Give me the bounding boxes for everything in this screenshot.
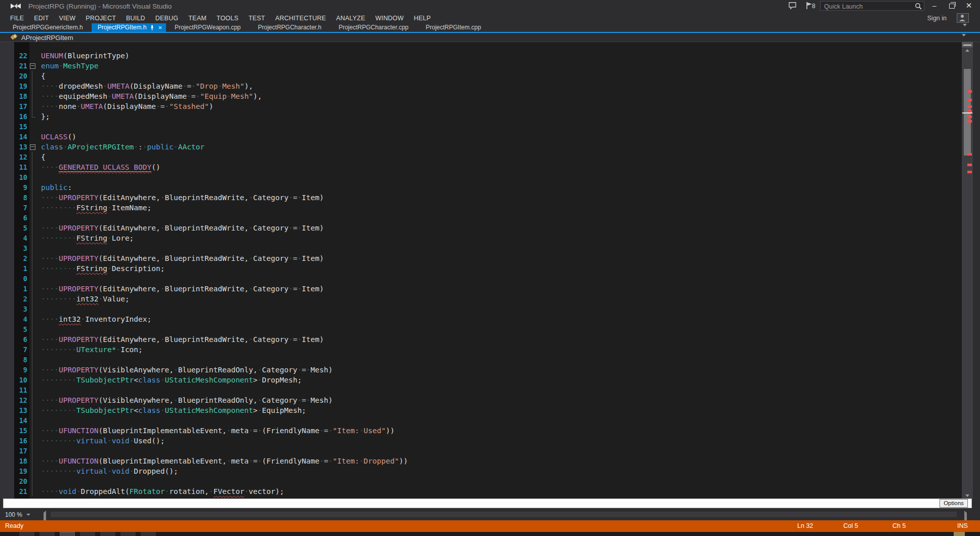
- code-text[interactable]: ····UPROPERTY(VisibleAnywhere,·Blueprint…: [39, 395, 333, 405]
- line-number[interactable]: 4: [14, 233, 27, 243]
- line-number[interactable]: 12: [14, 395, 27, 405]
- tab-projectrpgcharacter-h[interactable]: ProjectRPGCharacter.h: [250, 23, 330, 32]
- breakpoint-cell[interactable]: [0, 304, 14, 314]
- code-text[interactable]: [39, 355, 41, 365]
- scroll-down-arrow[interactable]: [962, 493, 973, 499]
- code-text[interactable]: ····UPROPERTY(EditAnywhere,·BlueprintRea…: [39, 223, 324, 233]
- code-text[interactable]: ····int32·InventoryIndex;: [39, 314, 151, 324]
- line-number[interactable]: 10: [14, 375, 27, 385]
- code-line[interactable]: 10········TSubobjectPtr<class·UStaticMes…: [0, 375, 962, 385]
- line-number[interactable]: 13: [14, 142, 27, 152]
- breakpoint-cell[interactable]: [0, 51, 14, 61]
- code-line[interactable]: 7········FString·ItemName;: [0, 203, 962, 213]
- tab-projectrpggenericitem-h[interactable]: ProjectRPGGenericItem.h: [4, 23, 92, 32]
- code-text[interactable]: ····equipedMesh·UMETA(DisplayName·=·"Equ…: [39, 91, 262, 101]
- tab-projectrpgitem-cpp[interactable]: ProjectRPGItem.cpp: [417, 23, 489, 32]
- breakpoint-cell[interactable]: [0, 365, 14, 375]
- outline-box-glyph[interactable]: [29, 142, 39, 152]
- line-number[interactable]: 7: [14, 203, 27, 213]
- code-text[interactable]: };: [39, 111, 50, 122]
- breakpoint-cell[interactable]: [0, 314, 14, 324]
- breakpoint-cell[interactable]: [0, 203, 14, 213]
- breakpoint-cell[interactable]: [0, 122, 14, 132]
- line-number[interactable]: 15: [14, 426, 27, 436]
- code-text[interactable]: ········int32·Value;: [39, 294, 130, 304]
- sign-in-link[interactable]: Sign in: [927, 15, 947, 22]
- restore-button[interactable]: [945, 0, 959, 11]
- code-text[interactable]: ········UTexture*·Icon;: [39, 344, 143, 355]
- code-line[interactable]: 6: [0, 213, 962, 223]
- code-line[interactable]: 11: [0, 385, 962, 395]
- horizontal-scrollbar-thumb[interactable]: [51, 512, 957, 517]
- breakpoint-cell[interactable]: [0, 476, 14, 486]
- breakpoint-cell[interactable]: [0, 182, 14, 193]
- code-line[interactable]: 21····void·DroppedAlt(FRotator·rotation,…: [0, 486, 962, 496]
- code-line[interactable]: 17····none·UMETA(DisplayName·=·"Stashed"…: [0, 101, 962, 111]
- find-input[interactable]: [3, 499, 972, 508]
- line-number[interactable]: 8: [14, 193, 27, 203]
- line-number[interactable]: 17: [14, 446, 27, 456]
- code-text[interactable]: ····UPROPERTY(VisibleAnywhere,·Blueprint…: [39, 365, 333, 375]
- breakpoint-cell[interactable]: [0, 172, 14, 182]
- line-number[interactable]: 16: [14, 111, 27, 122]
- menu-item-view[interactable]: VIEW: [54, 15, 80, 22]
- outline-box-glyph[interactable]: [29, 61, 39, 71]
- menu-item-test[interactable]: TEST: [243, 15, 270, 22]
- breakpoint-cell[interactable]: [0, 415, 14, 426]
- taskbar-icon[interactable]: [60, 532, 75, 536]
- code-line[interactable]: 14UCLASS(): [0, 132, 962, 142]
- line-number[interactable]: 21: [14, 61, 27, 71]
- code-text[interactable]: ····dropedMesh·UMETA(DisplayName·=·"Drop…: [39, 81, 253, 91]
- code-text[interactable]: [39, 415, 41, 426]
- line-number[interactable]: 19: [14, 466, 27, 476]
- code-text[interactable]: [39, 385, 41, 395]
- code-line[interactable]: 19········virtual·void·Dropped();: [0, 466, 962, 476]
- code-line[interactable]: 8····UPROPERTY(EditAnywhere,·BlueprintRe…: [0, 193, 962, 203]
- code-text[interactable]: ········FString·ItemName;: [39, 203, 151, 213]
- line-number[interactable]: 20: [14, 71, 27, 81]
- code-editor[interactable]: 22UENUM(BlueprintType)21enum·MeshType20{…: [0, 42, 980, 499]
- taskbar-icon[interactable]: [19, 532, 34, 536]
- code-text[interactable]: [39, 122, 41, 132]
- breakpoint-cell[interactable]: [0, 101, 14, 111]
- line-number[interactable]: 0: [14, 274, 27, 284]
- code-line[interactable]: 5: [0, 324, 962, 334]
- code-text[interactable]: UCLASS(): [39, 132, 76, 142]
- line-number[interactable]: 13: [14, 405, 27, 415]
- line-number[interactable]: 15: [14, 122, 27, 132]
- zoom-level[interactable]: 100 %: [5, 511, 22, 518]
- taskbar-icon[interactable]: [954, 532, 965, 536]
- code-line[interactable]: 1········FString·Description;: [0, 263, 962, 274]
- line-number[interactable]: 5: [14, 324, 27, 334]
- line-number[interactable]: 12: [14, 152, 27, 162]
- options-button[interactable]: Options: [940, 499, 968, 508]
- code-lines[interactable]: 22UENUM(BlueprintType)21enum·MeshType20{…: [0, 51, 962, 496]
- breakpoint-cell[interactable]: [0, 152, 14, 162]
- code-line[interactable]: 22UENUM(BlueprintType): [0, 51, 962, 61]
- breakpoint-cell[interactable]: [0, 466, 14, 476]
- code-line[interactable]: 2····UPROPERTY(EditAnywhere,·BlueprintRe…: [0, 253, 962, 263]
- vertical-scrollbar[interactable]: [962, 42, 973, 499]
- breakpoint-cell[interactable]: [0, 375, 14, 385]
- type-dropdown[interactable]: AProjectRPGItem: [21, 34, 73, 42]
- breakpoint-cell[interactable]: [0, 334, 14, 344]
- line-number[interactable]: 5: [14, 223, 27, 233]
- code-line[interactable]: 4········FString·Lore;: [0, 233, 962, 243]
- line-number[interactable]: 16: [14, 436, 27, 446]
- line-number[interactable]: 9: [14, 365, 27, 375]
- line-number[interactable]: 4: [14, 314, 27, 324]
- code-text[interactable]: ········virtual·void·Dropped();: [39, 466, 178, 476]
- tab-projectrpgweapon-cpp[interactable]: ProjectRPGWeapon.cpp: [166, 23, 250, 32]
- breakpoint-cell[interactable]: [0, 223, 14, 233]
- code-text[interactable]: [39, 324, 41, 334]
- code-line[interactable]: 1····UPROPERTY(EditAnywhere,·BlueprintRe…: [0, 284, 962, 294]
- menu-item-build[interactable]: BUILD: [121, 15, 150, 22]
- breakpoint-cell[interactable]: [0, 253, 14, 263]
- code-text[interactable]: [39, 476, 41, 486]
- code-line[interactable]: 0: [0, 274, 962, 284]
- line-number[interactable]: 6: [14, 334, 27, 344]
- code-line[interactable]: 15: [0, 122, 962, 132]
- code-line[interactable]: 9····UPROPERTY(VisibleAnywhere,·Blueprin…: [0, 365, 962, 375]
- pin-icon[interactable]: [150, 25, 154, 31]
- line-number[interactable]: 18: [14, 91, 27, 101]
